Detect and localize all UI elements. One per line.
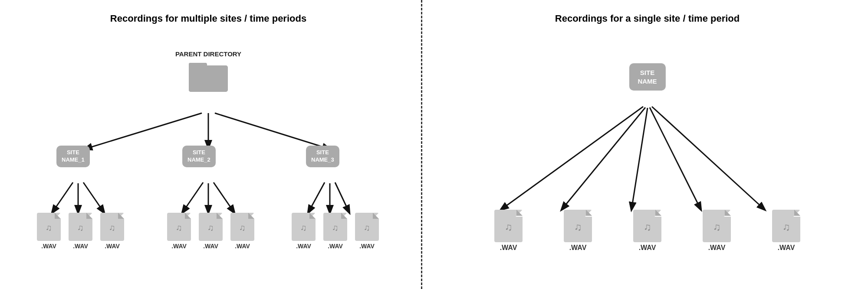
svg-line-17	[562, 107, 645, 210]
parent-folder-icon	[189, 59, 228, 92]
wav-file: ♫ .WAV	[230, 213, 254, 250]
svg-line-2	[215, 113, 330, 149]
wav-file: ♫ .WAV	[564, 210, 592, 252]
panel-divider	[421, 0, 422, 289]
right-site-folder: SITE NAME	[629, 63, 665, 91]
wav-file: ♫ .WAV	[37, 213, 61, 250]
site-folder-3: SITE NAME_3	[306, 146, 339, 167]
svg-rect-14	[189, 65, 228, 92]
wav-file: ♫ .WAV	[703, 210, 731, 252]
svg-line-18	[631, 108, 648, 210]
left-panel-title: Recordings for multiple sites / time per…	[110, 13, 306, 24]
right-wav-files: ♫ .WAV ♫ .WAV ♫ .WAV ♫ .WAV ♫ .WAV	[461, 210, 834, 252]
right-panel: Recordings for a single site / time peri…	[427, 0, 868, 289]
svg-line-6	[182, 182, 203, 213]
left-panel: Recordings for multiple sites / time per…	[0, 0, 417, 289]
svg-line-11	[335, 182, 349, 213]
svg-line-16	[501, 107, 643, 210]
wav-file: ♫ .WAV	[323, 213, 347, 250]
wav-file: ♫ .WAV	[100, 213, 124, 250]
svg-rect-15	[189, 63, 207, 69]
right-panel-title: Recordings for a single site / time peri…	[555, 13, 740, 24]
wav-file: ♫ .WAV	[69, 213, 92, 250]
svg-line-3	[52, 182, 73, 213]
wav-file: ♫ .WAV	[292, 213, 316, 250]
svg-line-0	[85, 113, 202, 149]
wav-file: ♫ .WAV	[772, 210, 800, 252]
parent-directory: PARENT DIRECTORY	[175, 50, 241, 92]
parent-dir-label: PARENT DIRECTORY	[175, 50, 241, 58]
site-folder-1: SITE NAME_1	[56, 146, 90, 167]
site3-wav-files: ♫ .WAV ♫ .WAV ♫ .WAV	[292, 213, 379, 250]
svg-line-9	[308, 182, 325, 213]
svg-line-8	[214, 182, 234, 213]
wav-file: ♫ .WAV	[633, 210, 661, 252]
svg-line-19	[650, 107, 701, 210]
svg-line-20	[652, 107, 765, 210]
wav-file: ♫ .WAV	[167, 213, 191, 250]
wav-file: ♫ .WAV	[494, 210, 523, 252]
site-folder-2: SITE NAME_2	[182, 146, 216, 167]
wav-file: ♫ .WAV	[355, 213, 379, 250]
site1-wav-files: ♫ .WAV ♫ .WAV ♫ .WAV	[37, 213, 124, 250]
svg-line-5	[83, 182, 104, 213]
wav-file: ♫ .WAV	[199, 213, 223, 250]
site2-wav-files: ♫ .WAV ♫ .WAV ♫ .WAV	[167, 213, 254, 250]
